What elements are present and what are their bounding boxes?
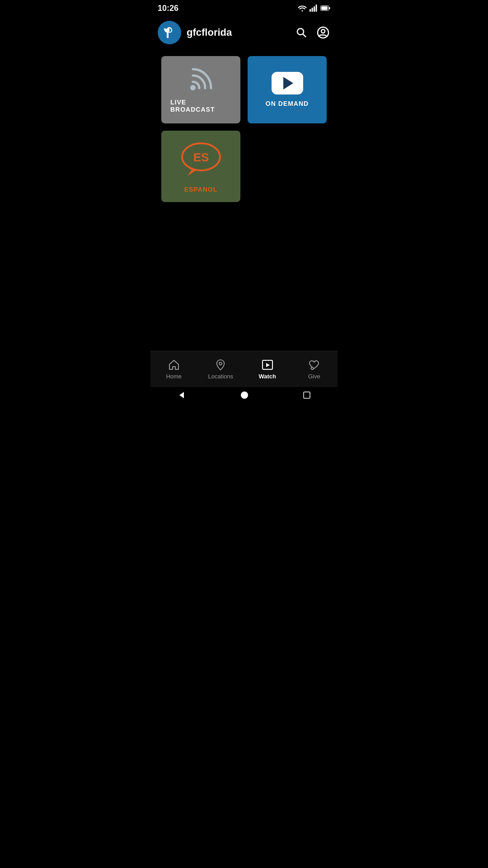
give-icon bbox=[308, 359, 320, 371]
on-demand-card[interactable]: ON DEMAND bbox=[248, 56, 327, 123]
svg-rect-5 bbox=[321, 6, 328, 10]
app-logo[interactable] bbox=[158, 21, 181, 44]
status-icons bbox=[298, 5, 330, 12]
home-label: Home bbox=[166, 373, 182, 380]
espanol-label: ESPANOL bbox=[184, 186, 218, 193]
search-button[interactable] bbox=[294, 25, 309, 40]
app-name: gfcflorida bbox=[187, 27, 232, 38]
espanol-bubble-icon: ES bbox=[178, 140, 224, 180]
nav-give[interactable]: Give bbox=[291, 355, 338, 383]
content-grid: LIVE BROADCAST ON DEMAND ES ESPANOL bbox=[150, 49, 338, 209]
live-broadcast-label: LIVE BROADCAST bbox=[170, 99, 231, 113]
logo-icon bbox=[162, 25, 177, 40]
rss-icon bbox=[188, 66, 215, 93]
locations-label: Locations bbox=[208, 373, 233, 380]
search-icon bbox=[295, 26, 308, 39]
status-time: 10:26 bbox=[158, 4, 178, 13]
svg-text:ES: ES bbox=[193, 151, 209, 164]
watch-icon bbox=[261, 359, 274, 371]
header-left: gfcflorida bbox=[158, 21, 232, 44]
wifi-icon bbox=[298, 5, 307, 12]
app-header: gfcflorida bbox=[150, 16, 338, 49]
nav-home[interactable]: Home bbox=[150, 355, 197, 383]
home-icon bbox=[168, 359, 180, 371]
svg-line-8 bbox=[303, 34, 306, 38]
profile-icon bbox=[317, 26, 329, 39]
svg-marker-16 bbox=[266, 363, 270, 367]
svg-rect-1 bbox=[312, 8, 313, 12]
svg-rect-0 bbox=[310, 9, 311, 12]
recents-button[interactable] bbox=[303, 392, 310, 399]
rss-signal-icon bbox=[188, 67, 215, 92]
home-button[interactable] bbox=[240, 391, 249, 399]
live-broadcast-card[interactable]: LIVE BROADCAST bbox=[161, 56, 240, 123]
svg-point-10 bbox=[321, 29, 325, 33]
status-bar: 10:26 bbox=[150, 0, 338, 16]
svg-point-14 bbox=[219, 362, 222, 365]
nav-locations[interactable]: Locations bbox=[197, 355, 244, 383]
back-icon bbox=[178, 391, 186, 399]
watch-label: Watch bbox=[258, 373, 276, 380]
system-nav-bar bbox=[150, 387, 338, 405]
svg-marker-17 bbox=[179, 392, 184, 398]
nav-watch[interactable]: Watch bbox=[244, 355, 291, 383]
location-svg bbox=[215, 359, 226, 371]
home-svg bbox=[168, 359, 180, 371]
battery-icon bbox=[320, 5, 330, 11]
home-circle-icon bbox=[240, 391, 249, 399]
header-right bbox=[294, 25, 330, 40]
back-button[interactable] bbox=[178, 391, 186, 399]
profile-button[interactable] bbox=[316, 25, 330, 40]
give-svg bbox=[308, 359, 320, 371]
recents-icon bbox=[303, 392, 310, 399]
svg-point-18 bbox=[241, 392, 248, 399]
play-button-icon bbox=[272, 72, 303, 94]
svg-rect-6 bbox=[329, 7, 330, 9]
svg-rect-2 bbox=[314, 6, 315, 12]
locations-icon bbox=[214, 359, 227, 371]
signal-icon bbox=[310, 5, 318, 12]
on-demand-label: ON DEMAND bbox=[266, 100, 309, 107]
bottom-nav: Home Locations Watch bbox=[150, 351, 338, 387]
watch-svg bbox=[262, 359, 273, 371]
play-triangle bbox=[283, 77, 293, 90]
svg-point-11 bbox=[190, 85, 196, 90]
svg-rect-3 bbox=[316, 5, 317, 12]
svg-point-7 bbox=[297, 28, 304, 35]
svg-rect-19 bbox=[304, 392, 310, 398]
espanol-card[interactable]: ES ESPANOL bbox=[161, 131, 240, 202]
give-label: Give bbox=[308, 373, 320, 380]
